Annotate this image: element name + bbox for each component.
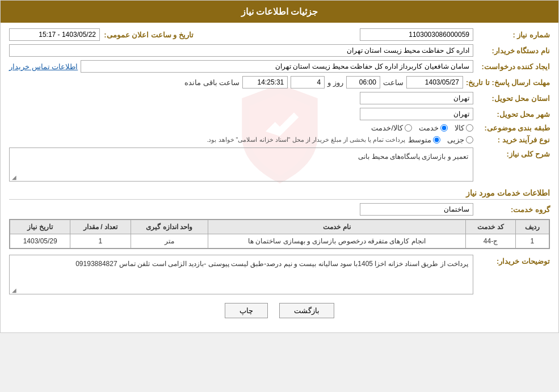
radio-khedmat-label: خدمت	[419, 124, 439, 132]
table-row: 1 ج-44 انجام کارهای متفرقه درخصوص بازساز…	[10, 234, 549, 248]
back-button[interactable]: بازگشت	[279, 303, 334, 318]
service-group-label: گروه خدمت:	[476, 205, 550, 214]
deadline-days-input[interactable]	[291, 76, 325, 88]
form-content: شماره نیاز : تاریخ و ساعت اعلان عمومی: ن…	[9, 28, 550, 318]
deadline-clock-input[interactable]	[242, 76, 288, 88]
col-date: تاریخ نیاز	[10, 220, 70, 234]
row-creator: ایجاد کننده درخواست: اطلاعات تماس خریدار	[9, 60, 550, 73]
cell-code: ج-44	[466, 234, 515, 248]
deadline-day-label: روز و	[327, 78, 343, 87]
cell-quantity: 1	[70, 234, 131, 248]
deadline-time-input[interactable]	[346, 76, 380, 88]
col-row: ردیف	[515, 220, 549, 234]
need-description-value: تعمیر و بازسازی پاسگاه‌های محیط بانی	[358, 153, 468, 161]
row-service-group: گروه خدمت:	[9, 203, 550, 216]
row-need-number: شماره نیاز : تاریخ و ساعت اعلان عمومی:	[9, 28, 550, 41]
process-radio-group: جزیی متوسط	[408, 136, 473, 144]
contact-link[interactable]: اطلاعات تماس خریدار	[9, 62, 78, 71]
row-description: شرح کلی نیاز: تعمیر و بازسازی پاسگاه‌های…	[9, 147, 550, 182]
buyer-notes-box: پرداخت از طریق اسناد خزانه اخزا 1405با س…	[9, 255, 473, 294]
buyer-notes-label: توضیحات خریدار:	[476, 255, 550, 265]
announcement-date-input[interactable]	[9, 28, 100, 41]
city-label: شهر محل تحویل:	[476, 110, 550, 119]
main-content: شماره نیاز : تاریخ و ساعت اعلان عمومی: ن…	[1, 23, 558, 332]
services-table: ردیف کد خدمت نام خدمت واحد اندازه گیری ت…	[10, 220, 549, 248]
radio-kala-label: کالا	[455, 124, 464, 132]
need-description-box: تعمیر و بازسازی پاسگاه‌های محیط بانی ◢	[9, 147, 473, 182]
row-process-type: نوع فرآیند خرید : جزیی متوسط پرداخت تمام…	[9, 136, 550, 144]
radio-motevaset-label: متوسط	[408, 136, 431, 144]
page-container: جزئیات اطلاعات نیاز شماره نیاز : تاریخ و…	[0, 0, 559, 333]
announcement-date-label: تاریخ و ساعت اعلان عمومی:	[103, 31, 194, 39]
radio-khedmat-input[interactable]	[440, 124, 448, 132]
row-buyer-name: نام دستگاه خریدار:	[9, 44, 550, 57]
radio-kala: کالا	[455, 124, 473, 132]
cell-date: 1403/05/29	[10, 234, 70, 248]
province-label: استان محل تحویل:	[476, 94, 550, 103]
need-number-label: شماره نیاز :	[476, 31, 550, 39]
province-input[interactable]	[360, 92, 473, 104]
col-unit: واحد اندازه گیری	[131, 220, 208, 234]
row-city: شهر محل تحویل:	[9, 108, 550, 120]
row-province: استان محل تحویل:	[9, 92, 550, 104]
deadline-remaining-label: ساعت باقی مانده	[184, 78, 239, 87]
radio-jozvi-input[interactable]	[466, 136, 473, 144]
radio-kala-khedmat-input[interactable]	[405, 124, 412, 132]
deadline-date-input[interactable]	[406, 76, 463, 88]
need-number-input[interactable]	[360, 28, 473, 41]
buyer-notes-value: پرداخت از طریق اسناد خزانه اخزا 1405با س…	[75, 260, 468, 268]
buyer-name-input[interactable]	[9, 44, 473, 57]
row-deadline: مهلت ارسال پاسخ: تا تاریخ: ساعت روز و سا…	[9, 76, 550, 88]
services-section-title: اطلاعات خدمات مورد نیاز	[9, 188, 550, 200]
radio-kala-khedmat-label: کالا/خدمت	[371, 124, 403, 132]
page-header: جزئیات اطلاعات نیاز	[1, 1, 558, 23]
category-radio-group: کالا خدمت کالا/خدمت	[371, 124, 473, 132]
radio-kala-khedmat: کالا/خدمت	[371, 124, 412, 132]
radio-motevaset: متوسط	[408, 136, 440, 144]
cell-unit: متر	[131, 234, 208, 248]
buyer-name-label: نام دستگاه خریدار:	[476, 47, 550, 55]
row-category: طبقه بندی موضوعی: کالا خدمت کالا/خدمت	[9, 124, 550, 132]
col-code: کد خدمت	[466, 220, 515, 234]
resize-handle[interactable]: ◢	[11, 174, 16, 180]
col-quantity: تعداد / مقدار	[70, 220, 131, 234]
service-group-input[interactable]	[360, 203, 473, 216]
category-label: طبقه بندی موضوعی:	[476, 124, 550, 132]
button-row: بازگشت چاپ	[9, 303, 550, 318]
radio-kala-input[interactable]	[466, 124, 473, 132]
deadline-time-label: ساعت	[383, 78, 404, 87]
col-name: نام خدمت	[208, 220, 466, 234]
radio-jozvi: جزیی	[447, 136, 473, 144]
radio-motevaset-input[interactable]	[433, 136, 440, 144]
table-header-row: ردیف کد خدمت نام خدمت واحد اندازه گیری ت…	[10, 220, 549, 234]
process-type-label: نوع فرآیند خرید :	[476, 136, 550, 144]
radio-jozvi-label: جزیی	[447, 136, 464, 144]
process-note: پرداخت تمام یا بخشی از مبلغ خریدار از مح…	[9, 136, 405, 144]
city-input[interactable]	[360, 108, 473, 120]
cell-row: 1	[515, 234, 549, 248]
creator-label: ایجاد کننده درخواست:	[476, 62, 550, 71]
print-button[interactable]: چاپ	[225, 303, 268, 318]
services-table-wrap: ردیف کد خدمت نام خدمت واحد اندازه گیری ت…	[9, 219, 550, 249]
notes-resize-handle[interactable]: ◢	[11, 287, 16, 293]
cell-name: انجام کارهای متفرقه درخصوص بازسازی و بهس…	[208, 234, 466, 248]
need-description-label: شرح کلی نیاز:	[476, 147, 550, 158]
creator-input[interactable]	[81, 60, 473, 73]
radio-khedmat: خدمت	[419, 124, 448, 132]
deadline-label: مهلت ارسال پاسخ: تا تاریخ:	[466, 78, 550, 87]
row-buyer-notes: توضیحات خریدار: پرداخت از طریق اسناد خزا…	[9, 255, 550, 294]
page-title: جزئیات اطلاعات نیاز	[241, 7, 318, 16]
